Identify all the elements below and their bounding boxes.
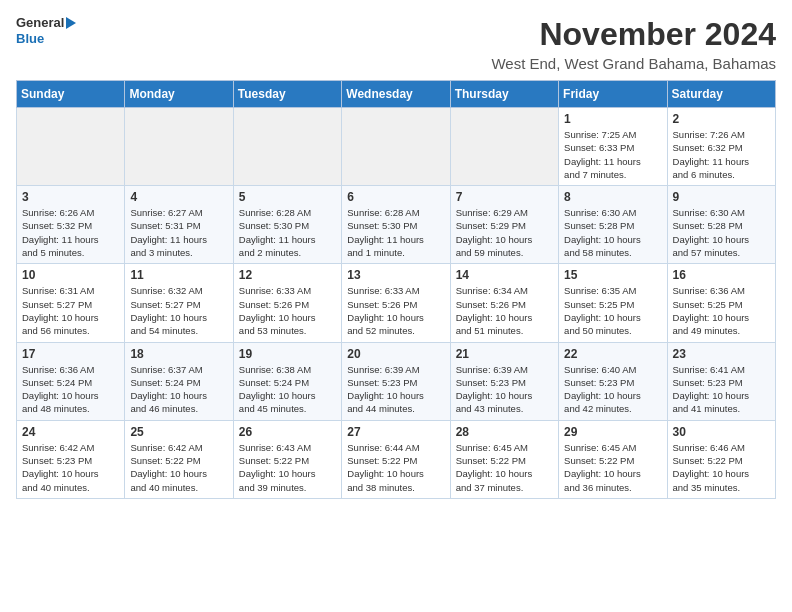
day-info: Sunrise: 6:28 AM Sunset: 5:30 PM Dayligh… — [239, 206, 336, 259]
calendar-cell: 17Sunrise: 6:36 AM Sunset: 5:24 PM Dayli… — [17, 342, 125, 420]
calendar-cell: 18Sunrise: 6:37 AM Sunset: 5:24 PM Dayli… — [125, 342, 233, 420]
day-info: Sunrise: 6:31 AM Sunset: 5:27 PM Dayligh… — [22, 284, 119, 337]
day-number: 11 — [130, 268, 227, 282]
column-header-tuesday: Tuesday — [233, 81, 341, 108]
day-info: Sunrise: 6:27 AM Sunset: 5:31 PM Dayligh… — [130, 206, 227, 259]
column-header-thursday: Thursday — [450, 81, 558, 108]
calendar-cell: 12Sunrise: 6:33 AM Sunset: 5:26 PM Dayli… — [233, 264, 341, 342]
calendar-cell: 11Sunrise: 6:32 AM Sunset: 5:27 PM Dayli… — [125, 264, 233, 342]
day-number: 27 — [347, 425, 444, 439]
calendar-cell: 20Sunrise: 6:39 AM Sunset: 5:23 PM Dayli… — [342, 342, 450, 420]
calendar-cell: 1Sunrise: 7:25 AM Sunset: 6:33 PM Daylig… — [559, 108, 667, 186]
day-info: Sunrise: 6:42 AM Sunset: 5:23 PM Dayligh… — [22, 441, 119, 494]
day-info: Sunrise: 6:36 AM Sunset: 5:24 PM Dayligh… — [22, 363, 119, 416]
column-header-saturday: Saturday — [667, 81, 775, 108]
day-number: 6 — [347, 190, 444, 204]
day-number: 9 — [673, 190, 770, 204]
day-info: Sunrise: 6:34 AM Sunset: 5:26 PM Dayligh… — [456, 284, 553, 337]
day-info: Sunrise: 6:33 AM Sunset: 5:26 PM Dayligh… — [239, 284, 336, 337]
day-number: 23 — [673, 347, 770, 361]
location-title: West End, West Grand Bahama, Bahamas — [491, 55, 776, 72]
calendar-cell: 9Sunrise: 6:30 AM Sunset: 5:28 PM Daylig… — [667, 186, 775, 264]
calendar-cell: 15Sunrise: 6:35 AM Sunset: 5:25 PM Dayli… — [559, 264, 667, 342]
day-number: 5 — [239, 190, 336, 204]
day-number: 16 — [673, 268, 770, 282]
day-number: 29 — [564, 425, 661, 439]
day-info: Sunrise: 6:29 AM Sunset: 5:29 PM Dayligh… — [456, 206, 553, 259]
calendar-cell: 28Sunrise: 6:45 AM Sunset: 5:22 PM Dayli… — [450, 420, 558, 498]
header: General Blue November 2024 West End, Wes… — [16, 16, 776, 72]
day-info: Sunrise: 7:26 AM Sunset: 6:32 PM Dayligh… — [673, 128, 770, 181]
calendar-week-row: 1Sunrise: 7:25 AM Sunset: 6:33 PM Daylig… — [17, 108, 776, 186]
day-number: 7 — [456, 190, 553, 204]
calendar-cell: 10Sunrise: 6:31 AM Sunset: 5:27 PM Dayli… — [17, 264, 125, 342]
calendar-cell: 22Sunrise: 6:40 AM Sunset: 5:23 PM Dayli… — [559, 342, 667, 420]
column-header-monday: Monday — [125, 81, 233, 108]
calendar-cell — [450, 108, 558, 186]
day-info: Sunrise: 6:30 AM Sunset: 5:28 PM Dayligh… — [673, 206, 770, 259]
calendar-cell: 23Sunrise: 6:41 AM Sunset: 5:23 PM Dayli… — [667, 342, 775, 420]
calendar-cell: 26Sunrise: 6:43 AM Sunset: 5:22 PM Dayli… — [233, 420, 341, 498]
day-number: 14 — [456, 268, 553, 282]
calendar-week-row: 10Sunrise: 6:31 AM Sunset: 5:27 PM Dayli… — [17, 264, 776, 342]
day-info: Sunrise: 6:36 AM Sunset: 5:25 PM Dayligh… — [673, 284, 770, 337]
day-number: 8 — [564, 190, 661, 204]
logo: General Blue — [16, 16, 76, 47]
calendar-week-row: 3Sunrise: 6:26 AM Sunset: 5:32 PM Daylig… — [17, 186, 776, 264]
day-info: Sunrise: 6:46 AM Sunset: 5:22 PM Dayligh… — [673, 441, 770, 494]
day-number: 25 — [130, 425, 227, 439]
calendar-cell — [342, 108, 450, 186]
day-info: Sunrise: 6:45 AM Sunset: 5:22 PM Dayligh… — [456, 441, 553, 494]
day-number: 2 — [673, 112, 770, 126]
day-info: Sunrise: 6:41 AM Sunset: 5:23 PM Dayligh… — [673, 363, 770, 416]
calendar-week-row: 17Sunrise: 6:36 AM Sunset: 5:24 PM Dayli… — [17, 342, 776, 420]
day-number: 17 — [22, 347, 119, 361]
month-title: November 2024 — [491, 16, 776, 53]
day-info: Sunrise: 6:26 AM Sunset: 5:32 PM Dayligh… — [22, 206, 119, 259]
day-info: Sunrise: 7:25 AM Sunset: 6:33 PM Dayligh… — [564, 128, 661, 181]
calendar-cell: 30Sunrise: 6:46 AM Sunset: 5:22 PM Dayli… — [667, 420, 775, 498]
day-number: 13 — [347, 268, 444, 282]
logo-blue-text: Blue — [16, 31, 44, 46]
calendar-week-row: 24Sunrise: 6:42 AM Sunset: 5:23 PM Dayli… — [17, 420, 776, 498]
column-header-sunday: Sunday — [17, 81, 125, 108]
day-info: Sunrise: 6:43 AM Sunset: 5:22 PM Dayligh… — [239, 441, 336, 494]
calendar-cell — [233, 108, 341, 186]
calendar-cell: 14Sunrise: 6:34 AM Sunset: 5:26 PM Dayli… — [450, 264, 558, 342]
calendar-cell: 24Sunrise: 6:42 AM Sunset: 5:23 PM Dayli… — [17, 420, 125, 498]
calendar-cell: 6Sunrise: 6:28 AM Sunset: 5:30 PM Daylig… — [342, 186, 450, 264]
day-number: 28 — [456, 425, 553, 439]
title-area: November 2024 West End, West Grand Baham… — [491, 16, 776, 72]
day-number: 22 — [564, 347, 661, 361]
day-number: 20 — [347, 347, 444, 361]
logo-arrow-icon — [66, 17, 76, 29]
day-info: Sunrise: 6:33 AM Sunset: 5:26 PM Dayligh… — [347, 284, 444, 337]
day-number: 18 — [130, 347, 227, 361]
calendar-cell: 25Sunrise: 6:42 AM Sunset: 5:22 PM Dayli… — [125, 420, 233, 498]
calendar-cell: 13Sunrise: 6:33 AM Sunset: 5:26 PM Dayli… — [342, 264, 450, 342]
day-info: Sunrise: 6:37 AM Sunset: 5:24 PM Dayligh… — [130, 363, 227, 416]
day-info: Sunrise: 6:39 AM Sunset: 5:23 PM Dayligh… — [347, 363, 444, 416]
day-number: 15 — [564, 268, 661, 282]
calendar-table: SundayMondayTuesdayWednesdayThursdayFrid… — [16, 80, 776, 499]
calendar-cell: 21Sunrise: 6:39 AM Sunset: 5:23 PM Dayli… — [450, 342, 558, 420]
day-info: Sunrise: 6:38 AM Sunset: 5:24 PM Dayligh… — [239, 363, 336, 416]
column-header-wednesday: Wednesday — [342, 81, 450, 108]
day-number: 21 — [456, 347, 553, 361]
day-number: 19 — [239, 347, 336, 361]
calendar-cell: 8Sunrise: 6:30 AM Sunset: 5:28 PM Daylig… — [559, 186, 667, 264]
calendar-cell: 19Sunrise: 6:38 AM Sunset: 5:24 PM Dayli… — [233, 342, 341, 420]
calendar-cell: 27Sunrise: 6:44 AM Sunset: 5:22 PM Dayli… — [342, 420, 450, 498]
day-info: Sunrise: 6:35 AM Sunset: 5:25 PM Dayligh… — [564, 284, 661, 337]
calendar-cell: 4Sunrise: 6:27 AM Sunset: 5:31 PM Daylig… — [125, 186, 233, 264]
calendar-cell: 3Sunrise: 6:26 AM Sunset: 5:32 PM Daylig… — [17, 186, 125, 264]
day-number: 30 — [673, 425, 770, 439]
logo-general-text: General — [16, 16, 64, 29]
day-info: Sunrise: 6:45 AM Sunset: 5:22 PM Dayligh… — [564, 441, 661, 494]
day-info: Sunrise: 6:40 AM Sunset: 5:23 PM Dayligh… — [564, 363, 661, 416]
day-info: Sunrise: 6:44 AM Sunset: 5:22 PM Dayligh… — [347, 441, 444, 494]
day-number: 1 — [564, 112, 661, 126]
calendar-cell: 16Sunrise: 6:36 AM Sunset: 5:25 PM Dayli… — [667, 264, 775, 342]
column-header-friday: Friday — [559, 81, 667, 108]
calendar-cell: 5Sunrise: 6:28 AM Sunset: 5:30 PM Daylig… — [233, 186, 341, 264]
